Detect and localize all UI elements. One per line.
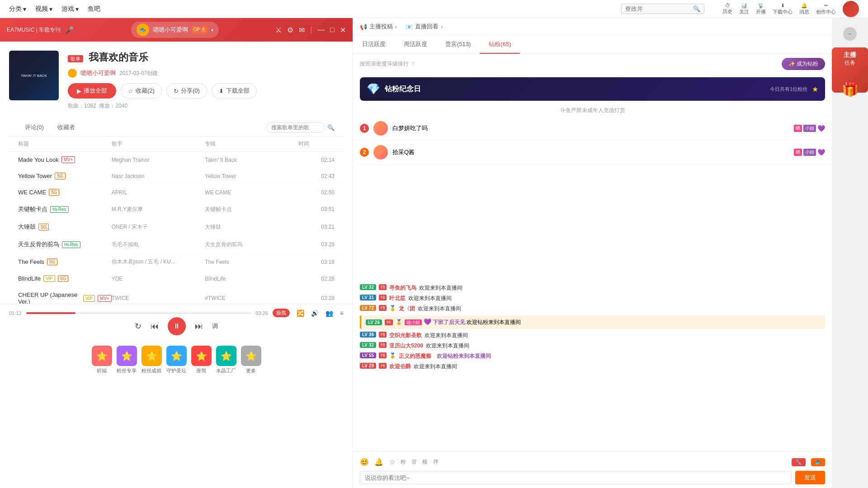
emoji-icon[interactable]: 😊 <box>360 458 369 466</box>
chevron-down-icon[interactable]: ▾ <box>211 28 213 33</box>
chat-input[interactable] <box>360 471 792 484</box>
mail-icon[interactable]: ✉ <box>299 26 305 34</box>
community-icon[interactable]: 伴 <box>433 458 439 466</box>
chat-username[interactable]: 亚历山大5200 <box>389 342 423 350</box>
go-live-btn[interactable]: 📡 开播 <box>756 3 766 15</box>
table-row[interactable]: CHEER UP (Japanese Ver.) VIPMV+ TWICE #T… <box>9 287 344 304</box>
table-row[interactable]: BlindLife VIP5G YDE BlindLife 02:28 <box>9 271 344 287</box>
create-btn[interactable]: ✏ 创作中心 <box>816 3 836 15</box>
right-tab-周活跃度[interactable]: 周活跃度 <box>395 36 436 54</box>
message-icon: 🔔 <box>801 3 807 9</box>
bottom-icon-守护圣坛[interactable]: ⭐ 守护圣坛 <box>166 346 187 374</box>
share-button[interactable]: ↻ 分享(0) <box>166 83 207 99</box>
prev-button[interactable]: ⏮ <box>151 322 159 331</box>
diamond-sub: 今日共有1位粉丝 <box>770 86 807 93</box>
icon-label: 祈福 <box>97 367 107 374</box>
icon-label: 水晶工厂 <box>216 367 236 374</box>
more-icon[interactable]: 🐟 <box>811 458 825 466</box>
chat-username[interactable]: 寻鱼的飞鸟 <box>389 284 416 292</box>
send-button[interactable]: 发送 <box>795 471 825 484</box>
become-vip-button[interactable]: ✨ 成为钻粉 <box>782 58 825 70</box>
table-row[interactable]: 天生反骨的驼鸟 Hi-Res 毛毛不插电 天生反骨的驼鸟 03:29 <box>9 236 344 253</box>
tab-comment[interactable]: 评论(0) <box>18 119 51 136</box>
help-icon[interactable]: ? <box>411 61 414 67</box>
table-row[interactable]: 大锤鼓 5G ONER / 宋木子 大锤鼓 03:21 <box>9 218 344 236</box>
right-tab-钻粉(65)[interactable]: 钻粉(65) <box>480 36 520 54</box>
message-btn[interactable]: 🔔 消息 <box>799 3 809 15</box>
chevron-down-icon: ▾ <box>75 5 79 13</box>
header-icons: ⚔ ⚙ ✉ | — □ ✕ <box>275 26 346 34</box>
star2-icon[interactable]: ☆ <box>389 458 395 466</box>
user-badge: 🐟 嗯嗯小可爱啊 OP·主 ▾ <box>131 22 219 38</box>
search-icon[interactable]: 🔍 <box>327 124 335 131</box>
next-button[interactable]: ⏭ <box>195 322 203 331</box>
tools-icon[interactable]: 🔧 <box>792 458 806 466</box>
download-center-btn[interactable]: ⬇ 下载中心 <box>773 3 793 15</box>
playlist-icon[interactable]: 🔀 <box>297 310 304 317</box>
table-row[interactable]: Yellow Tower 5G Nasr Jackson Yellow Towe… <box>9 168 344 184</box>
volume-icon[interactable]: 🔊 <box>311 310 319 317</box>
settings-icon[interactable]: ⚙ <box>287 26 293 34</box>
anchor-post-btn[interactable]: 📢 主播投稿 › <box>360 23 396 31</box>
bottom-icon-粉丝专享[interactable]: ⭐ 粉丝专享 <box>117 346 137 374</box>
tune-button[interactable]: 调 <box>212 322 218 330</box>
nav-item-categories[interactable]: 分类 ▾ <box>9 5 26 13</box>
bottom-icon-粉丝成就[interactable]: ⭐ 粉丝成就 <box>142 346 162 374</box>
queue-icon[interactable]: ≡ <box>340 310 344 317</box>
close-icon[interactable]: ✕ <box>340 26 346 34</box>
promo-card[interactable]: 主播 任务 🎁 <box>832 47 868 93</box>
tab-collectors[interactable]: 收藏者 <box>51 119 82 136</box>
search-input[interactable] <box>625 5 693 12</box>
nav-item-video[interactable]: 视频 ▾ <box>35 5 52 13</box>
lv-badge: LV 32 <box>360 284 376 290</box>
table-row[interactable]: Made You Look MV+ Meghan Trainor Takin' … <box>9 152 344 168</box>
search-songs-input[interactable] <box>266 122 325 133</box>
mic-icon[interactable]: 🎤 <box>65 26 74 34</box>
chat-username[interactable]: 叶北笙 <box>389 295 406 302</box>
gift-icon[interactable]: 🔔 <box>374 458 383 466</box>
friends-icon[interactable]: 👥 <box>326 310 333 317</box>
player-bar: 01:12 03:26 极氛 🔀 🔊 👥 ≡ ↻ ⏮ ⏸ ⏭ 调 <box>0 304 353 342</box>
bottom-icon-祈福[interactable]: ⭐ 祈福 <box>92 346 112 374</box>
chat-username[interactable]: 正义的恶魔酱 <box>399 352 431 360</box>
progress-track[interactable] <box>26 312 251 314</box>
block-icon[interactable]: 棱 <box>422 458 428 466</box>
lyrics-button[interactable]: 极氛 <box>273 309 290 317</box>
play-all-button[interactable]: ▶ 播放全部 <box>68 83 116 99</box>
creator-name[interactable]: 嗯嗯小可爱啊 <box>80 69 116 77</box>
nav-item-forum[interactable]: 鱼吧 <box>88 5 100 13</box>
chat-username[interactable]: 龙〈团 <box>399 305 415 313</box>
fan-icon[interactable]: 粉 <box>401 458 406 466</box>
table-row[interactable]: WE CAME 5G APRIL WE CAME 02:50 <box>9 184 344 201</box>
minus-button[interactable]: − <box>843 27 857 41</box>
user-avatar[interactable] <box>843 1 859 17</box>
chat-username[interactable]: 交织光影圣歌 <box>389 332 422 339</box>
sword-icon[interactable]: ⚔ <box>275 26 282 34</box>
tube-icon[interactable]: 管 <box>411 458 417 466</box>
bottom-icon-水晶工厂[interactable]: ⭐ 水晶工厂 <box>216 346 236 374</box>
right-tab-日活跃度[interactable]: 日活跃度 <box>353 36 395 54</box>
table-row[interactable]: 关键帧卡点 Hi-Res M.R.Y麦尔摩 关键帧卡点 03:51 <box>9 201 344 218</box>
bottom-icon-座驾[interactable]: ⭐ 座驾 <box>191 346 212 374</box>
icon-label: 更多 <box>246 367 256 374</box>
search-icon[interactable]: 🔍 <box>693 5 700 12</box>
repeat-button[interactable]: ↻ <box>135 321 142 331</box>
minimize-icon[interactable]: — <box>317 26 325 34</box>
follow-btn[interactable]: 📊 关注 <box>739 3 749 15</box>
download-button[interactable]: ⬇ 下载全部 <box>212 83 257 99</box>
table-row[interactable]: The Feels 5G 你木木君joon / 五毛 / KU... The F… <box>9 253 344 271</box>
rank-item[interactable]: 1 白梦妍吃了吗 嗯 小姐 💜 <box>353 117 832 141</box>
total-time: 03:26 <box>255 310 268 316</box>
chat-username[interactable]: 欢迎伯爵 <box>389 363 411 371</box>
right-tab-贵宾(513)[interactable]: 贵宾(513) <box>436 36 480 54</box>
song-duration: 03:51 <box>298 206 335 212</box>
rank-item[interactable]: 2 拾采Q酱 嗯 小姐 💜 <box>353 141 832 164</box>
history-btn[interactable]: ⏱ 历史 <box>722 3 732 15</box>
pause-button[interactable]: ⏸ <box>168 317 186 335</box>
collect-button[interactable]: ☆ 收藏(2) <box>121 83 162 99</box>
col-album: 专辑 <box>205 140 298 148</box>
maximize-icon[interactable]: □ <box>330 26 335 34</box>
bottom-icon-更多[interactable]: ⭐ 更多 <box>241 346 261 374</box>
nav-item-games[interactable]: 游戏 ▾ <box>61 5 79 13</box>
live-replay-btn[interactable]: 📧 直播回看 › <box>406 23 442 31</box>
